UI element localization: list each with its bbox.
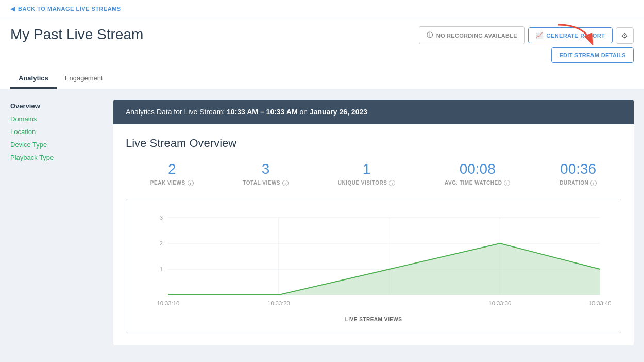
header-area: My Past Live Stream ⓘ NO RECORDING AVAIL…	[0, 18, 644, 89]
avg-time-watched-value: 00:08	[460, 160, 496, 178]
chart-icon: 📈	[536, 32, 543, 39]
back-link[interactable]: BACK TO MANAGE LIVE STREAMS	[18, 6, 121, 12]
total-views-value: 3	[262, 160, 270, 178]
info-circle-icon: ⓘ	[427, 31, 433, 40]
stat-duration: 00:36 DURATION i	[560, 160, 597, 186]
peak-views-info-icon[interactable]: i	[188, 180, 194, 186]
back-chevron-icon: ◀	[10, 5, 15, 12]
page-title: My Past Live Stream	[10, 26, 143, 43]
unique-visitors-label: UNIQUE VISITORS i	[338, 180, 396, 186]
sidebar-item-location[interactable]: Location	[10, 125, 103, 138]
stat-unique-visitors: 1 UNIQUE VISITORS i	[338, 160, 396, 186]
unique-visitors-info-icon[interactable]: i	[389, 180, 395, 186]
header-row: My Past Live Stream ⓘ NO RECORDING AVAIL…	[10, 26, 634, 63]
chart-container: 3 2 1 10:33:10 10:33:20 10:33:30 10:33:4…	[126, 199, 621, 333]
header-actions: ⓘ NO RECORDING AVAILABLE 📈 GENERATE REPO…	[419, 26, 634, 63]
stat-avg-time-watched: 00:08 AVG. TIME WATCHED i	[445, 160, 510, 186]
overview-title: Live Stream Overview	[126, 137, 621, 150]
top-bar: ◀ BACK TO MANAGE LIVE STREAMS	[0, 0, 644, 18]
tab-engagement[interactable]: Engagement	[57, 69, 111, 89]
settings-gear-button[interactable]: ⚙	[616, 27, 634, 44]
svg-text:2: 2	[160, 240, 163, 246]
banner-text: Analytics Data for Live Stream: 10:33 AM…	[126, 108, 367, 116]
total-views-label: TOTAL VIEWS i	[243, 180, 289, 186]
sidebar: Overview Domains Location Device Type Pl…	[10, 100, 103, 345]
svg-text:10:33:10: 10:33:10	[157, 300, 179, 306]
sidebar-item-playback-type[interactable]: Playback Type	[10, 151, 103, 164]
edit-stream-row: EDIT STREAM DETAILS	[551, 47, 634, 63]
stats-row: 2 PEAK VIEWS i 3 TOTAL VIEWS i 1 UNIQUE …	[126, 160, 621, 186]
peak-views-value: 2	[168, 160, 176, 178]
svg-text:10:33:30: 10:33:30	[488, 300, 511, 306]
chart-svg: 3 2 1 10:33:10 10:33:20 10:33:30 10:33:4…	[137, 207, 611, 310]
peak-views-label: PEAK VIEWS i	[150, 180, 194, 186]
duration-info-icon[interactable]: i	[590, 180, 597, 186]
sidebar-item-device-type[interactable]: Device Type	[10, 138, 103, 151]
duration-label: DURATION i	[560, 180, 597, 186]
sidebar-item-overview[interactable]: Overview	[10, 100, 103, 112]
stat-total-views: 3 TOTAL VIEWS i	[243, 160, 289, 186]
gear-icon: ⚙	[621, 31, 628, 40]
tabs-row: Analytics Engagement	[10, 69, 634, 89]
duration-value: 00:36	[560, 160, 596, 178]
no-recording-button[interactable]: ⓘ NO RECORDING AVAILABLE	[419, 26, 525, 44]
edit-stream-button[interactable]: EDIT STREAM DETAILS	[551, 47, 634, 63]
main-content: Analytics Data for Live Stream: 10:33 AM…	[113, 100, 634, 345]
generate-report-button[interactable]: 📈 GENERATE REPORT	[528, 27, 613, 43]
svg-text:10:33:20: 10:33:20	[267, 300, 290, 306]
unique-visitors-value: 1	[363, 160, 371, 178]
content-area: Overview Domains Location Device Type Pl…	[0, 89, 644, 356]
avg-time-watched-label: AVG. TIME WATCHED i	[445, 180, 510, 186]
svg-text:3: 3	[160, 215, 163, 221]
sidebar-item-domains[interactable]: Domains	[10, 112, 103, 125]
total-views-info-icon[interactable]: i	[282, 180, 289, 186]
header-buttons-row: ⓘ NO RECORDING AVAILABLE 📈 GENERATE REPO…	[419, 26, 634, 44]
avg-time-watched-info-icon[interactable]: i	[504, 180, 510, 186]
stat-peak-views: 2 PEAK VIEWS i	[150, 160, 194, 186]
overview-section: Live Stream Overview 2 PEAK VIEWS i 3 TO…	[113, 124, 634, 345]
analytics-banner: Analytics Data for Live Stream: 10:33 AM…	[113, 100, 634, 124]
svg-text:10:33:40: 10:33:40	[589, 300, 611, 306]
svg-text:1: 1	[160, 266, 163, 272]
chart-x-axis-label: LIVE STREAM VIEWS	[137, 317, 611, 322]
tab-analytics[interactable]: Analytics	[10, 69, 57, 89]
